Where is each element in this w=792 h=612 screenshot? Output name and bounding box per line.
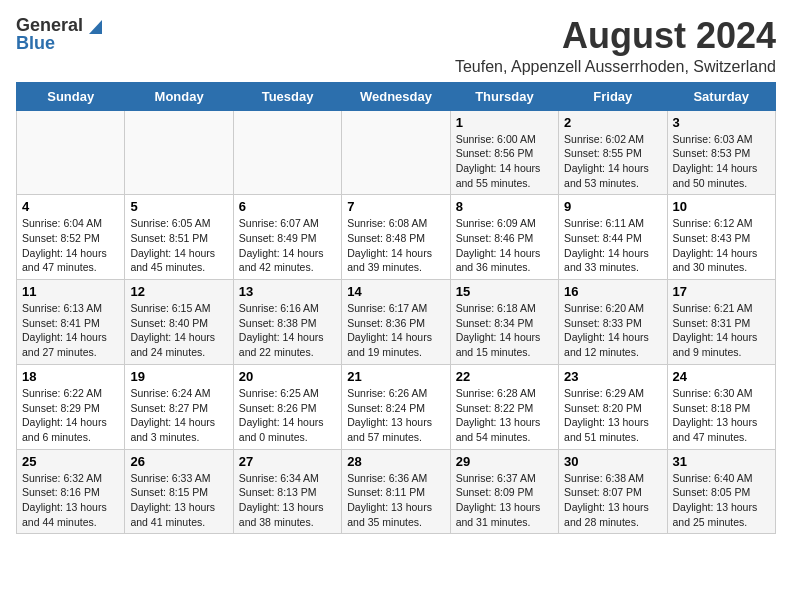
calendar-cell-20: 20Sunrise: 6:25 AM Sunset: 8:26 PM Dayli… bbox=[233, 364, 341, 449]
header-wednesday: Wednesday bbox=[342, 82, 450, 110]
day-number: 15 bbox=[456, 284, 553, 299]
day-content: Sunrise: 6:30 AM Sunset: 8:18 PM Dayligh… bbox=[673, 386, 770, 445]
day-number: 5 bbox=[130, 199, 227, 214]
svg-marker-0 bbox=[89, 20, 102, 34]
logo-blue-text: Blue bbox=[16, 34, 55, 52]
calendar-cell-21: 21Sunrise: 6:26 AM Sunset: 8:24 PM Dayli… bbox=[342, 364, 450, 449]
day-number: 4 bbox=[22, 199, 119, 214]
calendar-cell-empty bbox=[17, 110, 125, 195]
calendar-table: SundayMondayTuesdayWednesdayThursdayFrid… bbox=[16, 82, 776, 535]
day-content: Sunrise: 6:08 AM Sunset: 8:48 PM Dayligh… bbox=[347, 216, 444, 275]
calendar-cell-1: 1Sunrise: 6:00 AM Sunset: 8:56 PM Daylig… bbox=[450, 110, 558, 195]
calendar-cell-empty bbox=[342, 110, 450, 195]
calendar-cell-24: 24Sunrise: 6:30 AM Sunset: 8:18 PM Dayli… bbox=[667, 364, 775, 449]
day-number: 17 bbox=[673, 284, 770, 299]
day-number: 9 bbox=[564, 199, 661, 214]
logo: General Blue bbox=[16, 16, 102, 52]
logo-general-text: General bbox=[16, 16, 83, 34]
day-number: 23 bbox=[564, 369, 661, 384]
day-number: 20 bbox=[239, 369, 336, 384]
calendar-cell-10: 10Sunrise: 6:12 AM Sunset: 8:43 PM Dayli… bbox=[667, 195, 775, 280]
calendar-cell-22: 22Sunrise: 6:28 AM Sunset: 8:22 PM Dayli… bbox=[450, 364, 558, 449]
day-content: Sunrise: 6:07 AM Sunset: 8:49 PM Dayligh… bbox=[239, 216, 336, 275]
calendar-cell-26: 26Sunrise: 6:33 AM Sunset: 8:15 PM Dayli… bbox=[125, 449, 233, 534]
day-content: Sunrise: 6:29 AM Sunset: 8:20 PM Dayligh… bbox=[564, 386, 661, 445]
day-number: 19 bbox=[130, 369, 227, 384]
day-number: 27 bbox=[239, 454, 336, 469]
day-content: Sunrise: 6:18 AM Sunset: 8:34 PM Dayligh… bbox=[456, 301, 553, 360]
day-number: 11 bbox=[22, 284, 119, 299]
day-content: Sunrise: 6:26 AM Sunset: 8:24 PM Dayligh… bbox=[347, 386, 444, 445]
day-number: 28 bbox=[347, 454, 444, 469]
day-content: Sunrise: 6:25 AM Sunset: 8:26 PM Dayligh… bbox=[239, 386, 336, 445]
calendar-cell-8: 8Sunrise: 6:09 AM Sunset: 8:46 PM Daylig… bbox=[450, 195, 558, 280]
day-number: 29 bbox=[456, 454, 553, 469]
day-content: Sunrise: 6:21 AM Sunset: 8:31 PM Dayligh… bbox=[673, 301, 770, 360]
calendar-cell-25: 25Sunrise: 6:32 AM Sunset: 8:16 PM Dayli… bbox=[17, 449, 125, 534]
week-row-4: 25Sunrise: 6:32 AM Sunset: 8:16 PM Dayli… bbox=[17, 449, 776, 534]
day-content: Sunrise: 6:02 AM Sunset: 8:55 PM Dayligh… bbox=[564, 132, 661, 191]
logo-icon bbox=[84, 16, 102, 34]
calendar-header: SundayMondayTuesdayWednesdayThursdayFrid… bbox=[17, 82, 776, 110]
calendar-cell-2: 2Sunrise: 6:02 AM Sunset: 8:55 PM Daylig… bbox=[559, 110, 667, 195]
page-header: General Blue August 2024 Teufen, Appenze… bbox=[16, 16, 776, 76]
day-number: 18 bbox=[22, 369, 119, 384]
day-content: Sunrise: 6:15 AM Sunset: 8:40 PM Dayligh… bbox=[130, 301, 227, 360]
calendar-cell-4: 4Sunrise: 6:04 AM Sunset: 8:52 PM Daylig… bbox=[17, 195, 125, 280]
day-content: Sunrise: 6:33 AM Sunset: 8:15 PM Dayligh… bbox=[130, 471, 227, 530]
day-number: 12 bbox=[130, 284, 227, 299]
day-number: 13 bbox=[239, 284, 336, 299]
calendar-cell-empty bbox=[125, 110, 233, 195]
day-content: Sunrise: 6:32 AM Sunset: 8:16 PM Dayligh… bbox=[22, 471, 119, 530]
calendar-cell-16: 16Sunrise: 6:20 AM Sunset: 8:33 PM Dayli… bbox=[559, 280, 667, 365]
calendar-cell-5: 5Sunrise: 6:05 AM Sunset: 8:51 PM Daylig… bbox=[125, 195, 233, 280]
day-content: Sunrise: 6:16 AM Sunset: 8:38 PM Dayligh… bbox=[239, 301, 336, 360]
calendar-cell-11: 11Sunrise: 6:13 AM Sunset: 8:41 PM Dayli… bbox=[17, 280, 125, 365]
week-row-2: 11Sunrise: 6:13 AM Sunset: 8:41 PM Dayli… bbox=[17, 280, 776, 365]
day-content: Sunrise: 6:03 AM Sunset: 8:53 PM Dayligh… bbox=[673, 132, 770, 191]
week-row-3: 18Sunrise: 6:22 AM Sunset: 8:29 PM Dayli… bbox=[17, 364, 776, 449]
day-number: 30 bbox=[564, 454, 661, 469]
calendar-cell-29: 29Sunrise: 6:37 AM Sunset: 8:09 PM Dayli… bbox=[450, 449, 558, 534]
calendar-cell-30: 30Sunrise: 6:38 AM Sunset: 8:07 PM Dayli… bbox=[559, 449, 667, 534]
day-number: 6 bbox=[239, 199, 336, 214]
calendar-cell-9: 9Sunrise: 6:11 AM Sunset: 8:44 PM Daylig… bbox=[559, 195, 667, 280]
calendar-cell-23: 23Sunrise: 6:29 AM Sunset: 8:20 PM Dayli… bbox=[559, 364, 667, 449]
day-number: 16 bbox=[564, 284, 661, 299]
calendar-cell-7: 7Sunrise: 6:08 AM Sunset: 8:48 PM Daylig… bbox=[342, 195, 450, 280]
calendar-body: 1Sunrise: 6:00 AM Sunset: 8:56 PM Daylig… bbox=[17, 110, 776, 534]
header-sunday: Sunday bbox=[17, 82, 125, 110]
main-title: August 2024 bbox=[455, 16, 776, 56]
calendar-cell-27: 27Sunrise: 6:34 AM Sunset: 8:13 PM Dayli… bbox=[233, 449, 341, 534]
day-content: Sunrise: 6:20 AM Sunset: 8:33 PM Dayligh… bbox=[564, 301, 661, 360]
day-number: 25 bbox=[22, 454, 119, 469]
calendar-cell-6: 6Sunrise: 6:07 AM Sunset: 8:49 PM Daylig… bbox=[233, 195, 341, 280]
calendar-cell-14: 14Sunrise: 6:17 AM Sunset: 8:36 PM Dayli… bbox=[342, 280, 450, 365]
day-content: Sunrise: 6:11 AM Sunset: 8:44 PM Dayligh… bbox=[564, 216, 661, 275]
day-content: Sunrise: 6:37 AM Sunset: 8:09 PM Dayligh… bbox=[456, 471, 553, 530]
day-number: 7 bbox=[347, 199, 444, 214]
day-content: Sunrise: 6:24 AM Sunset: 8:27 PM Dayligh… bbox=[130, 386, 227, 445]
day-number: 3 bbox=[673, 115, 770, 130]
day-content: Sunrise: 6:38 AM Sunset: 8:07 PM Dayligh… bbox=[564, 471, 661, 530]
day-content: Sunrise: 6:13 AM Sunset: 8:41 PM Dayligh… bbox=[22, 301, 119, 360]
calendar-cell-18: 18Sunrise: 6:22 AM Sunset: 8:29 PM Dayli… bbox=[17, 364, 125, 449]
location-subtitle: Teufen, Appenzell Ausserrhoden, Switzerl… bbox=[455, 58, 776, 76]
calendar-cell-28: 28Sunrise: 6:36 AM Sunset: 8:11 PM Dayli… bbox=[342, 449, 450, 534]
header-friday: Friday bbox=[559, 82, 667, 110]
header-tuesday: Tuesday bbox=[233, 82, 341, 110]
day-number: 14 bbox=[347, 284, 444, 299]
day-content: Sunrise: 6:22 AM Sunset: 8:29 PM Dayligh… bbox=[22, 386, 119, 445]
header-thursday: Thursday bbox=[450, 82, 558, 110]
day-content: Sunrise: 6:28 AM Sunset: 8:22 PM Dayligh… bbox=[456, 386, 553, 445]
day-content: Sunrise: 6:12 AM Sunset: 8:43 PM Dayligh… bbox=[673, 216, 770, 275]
day-number: 22 bbox=[456, 369, 553, 384]
day-number: 24 bbox=[673, 369, 770, 384]
day-content: Sunrise: 6:40 AM Sunset: 8:05 PM Dayligh… bbox=[673, 471, 770, 530]
header-row: SundayMondayTuesdayWednesdayThursdayFrid… bbox=[17, 82, 776, 110]
calendar-cell-15: 15Sunrise: 6:18 AM Sunset: 8:34 PM Dayli… bbox=[450, 280, 558, 365]
title-block: August 2024 Teufen, Appenzell Ausserrhod… bbox=[455, 16, 776, 76]
day-number: 26 bbox=[130, 454, 227, 469]
header-monday: Monday bbox=[125, 82, 233, 110]
day-content: Sunrise: 6:00 AM Sunset: 8:56 PM Dayligh… bbox=[456, 132, 553, 191]
